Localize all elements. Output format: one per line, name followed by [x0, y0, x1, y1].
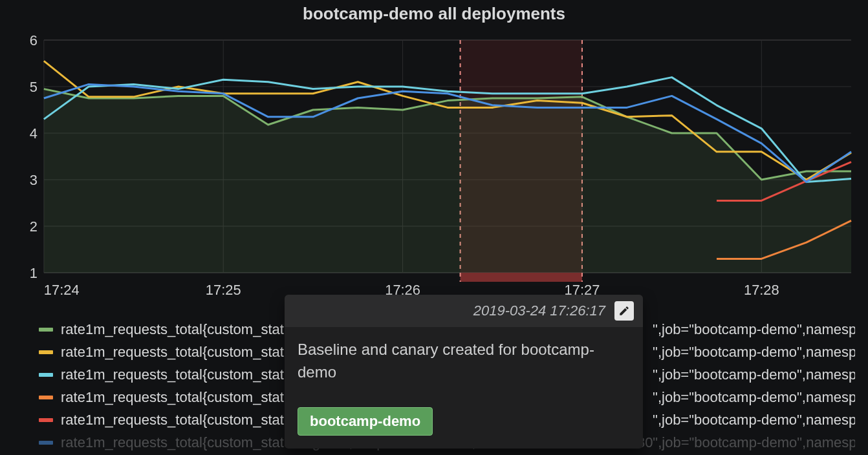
legend-label-right: ",job="bootcamp-demo",namespa [653, 363, 855, 386]
annotation-tooltip: 2019-03-24 17:26:17 Baseline and canary … [285, 295, 643, 449]
svg-text:17:25: 17:25 [206, 282, 241, 298]
legend-swatch [39, 373, 53, 377]
legend-label-right: ",job="bootcamp-demo",namespa [653, 408, 855, 431]
svg-text:4: 4 [30, 125, 38, 142]
legend-swatch [39, 418, 53, 422]
svg-text:1: 1 [30, 265, 38, 281]
legend-swatch [39, 350, 53, 354]
tooltip-header: 2019-03-24 17:26:17 [285, 295, 643, 327]
chart-svg: 12345617:2417:2517:2617:2717:28 [28, 31, 852, 309]
chart-panel: bootcamp-demo all deployments 12345617:2… [0, 0, 868, 455]
tooltip-body: Baseline and canary created for bootcamp… [285, 327, 643, 397]
legend-label-left: rate1m_requests_total{custom_statu [61, 318, 292, 341]
svg-text:3: 3 [30, 172, 38, 188]
chart-area[interactable]: 12345617:2417:2517:2617:2717:28 [28, 31, 852, 309]
svg-text:17:24: 17:24 [44, 282, 80, 298]
legend-label-right: ",job="bootcamp-demo",namespa [653, 341, 855, 363]
legend-label-left: rate1m_requests_total{custom_statu [61, 341, 292, 363]
svg-text:6: 6 [30, 32, 38, 48]
edit-icon[interactable] [614, 301, 634, 321]
legend-label-left: rate1m_requests_total{custom_statu [61, 408, 292, 431]
legend-label-left: rate1m_requests_total{custom_statu [61, 386, 292, 408]
tooltip-timestamp: 2019-03-24 17:26:17 [473, 302, 605, 319]
legend-swatch [39, 396, 53, 399]
legend-label-right: ",job="bootcamp-demo",namespa [653, 318, 855, 341]
panel-title: bootcamp-demo all deployments [13, 0, 855, 31]
svg-rect-25 [461, 273, 582, 282]
legend-swatch [39, 328, 53, 332]
legend-label-right: ",job="bootcamp-demo",namespa [653, 386, 855, 408]
svg-text:17:28: 17:28 [744, 282, 779, 298]
svg-text:5: 5 [30, 79, 38, 95]
legend-swatch [39, 441, 53, 445]
tooltip-tag[interactable]: bootcamp-demo [298, 407, 433, 436]
svg-text:2: 2 [30, 218, 38, 235]
legend-label-left: rate1m_requests_total{custom_statu [61, 363, 292, 386]
